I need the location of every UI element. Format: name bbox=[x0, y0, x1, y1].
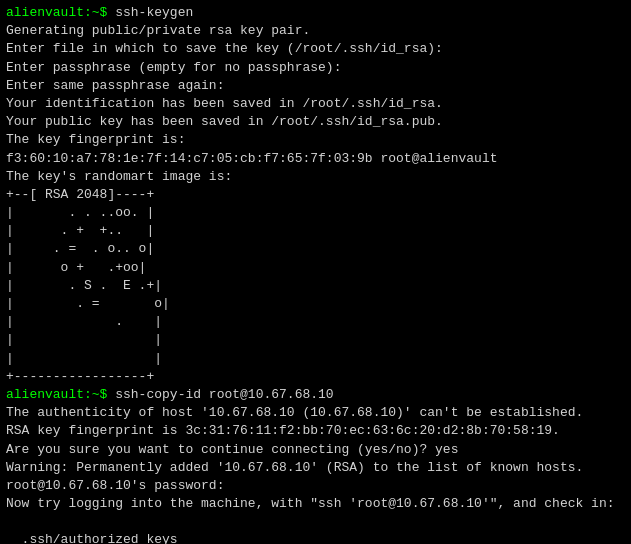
terminal-line: +-----------------+ bbox=[6, 369, 154, 384]
terminal-line: Now try logging into the machine, with "… bbox=[6, 496, 615, 511]
terminal-line: | | bbox=[6, 332, 162, 347]
terminal-line: Warning: Permanently added '10.67.68.10'… bbox=[6, 460, 583, 475]
terminal-line: .ssh/authorized_keys bbox=[6, 532, 178, 544]
terminal-line: | o + .+oo| bbox=[6, 260, 146, 275]
terminal-line: The key's randomart image is: bbox=[6, 169, 232, 184]
terminal-line: The key fingerprint is: bbox=[6, 132, 185, 147]
terminal-line: | . = o| bbox=[6, 296, 170, 311]
terminal-line: The authenticity of host '10.67.68.10 (1… bbox=[6, 405, 583, 420]
terminal-line: | . + +.. | bbox=[6, 223, 154, 238]
command-text: ssh-keygen bbox=[115, 5, 193, 20]
terminal-line: +--[ RSA 2048]----+ bbox=[6, 187, 154, 202]
terminal[interactable]: alienvault:~$ ssh-keygen Generating publ… bbox=[0, 0, 631, 544]
terminal-line: Enter file in which to save the key (/ro… bbox=[6, 41, 443, 56]
prompt-text: alienvault:~$ bbox=[6, 5, 115, 20]
terminal-line: Enter passphrase (empty for no passphras… bbox=[6, 60, 341, 75]
terminal-line: | . = . o.. o| bbox=[6, 241, 154, 256]
terminal-line: Are you sure you want to continue connec… bbox=[6, 442, 458, 457]
terminal-line: f3:60:10:a7:78:1e:7f:14:c7:05:cb:f7:65:7… bbox=[6, 151, 497, 166]
terminal-line: Your identification has been saved in /r… bbox=[6, 96, 443, 111]
terminal-line: | | bbox=[6, 351, 162, 366]
terminal-line: Generating public/private rsa key pair. bbox=[6, 23, 310, 38]
terminal-line: | . | bbox=[6, 314, 162, 329]
terminal-line: | . . ..oo. | bbox=[6, 205, 154, 220]
terminal-line: root@10.67.68.10's password: bbox=[6, 478, 224, 493]
command-text: ssh-copy-id root@10.67.68.10 bbox=[115, 387, 333, 402]
terminal-line: Your public key has been saved in /root/… bbox=[6, 114, 443, 129]
prompt-text: alienvault:~$ bbox=[6, 387, 115, 402]
terminal-line: | . S . E .+| bbox=[6, 278, 162, 293]
terminal-line: Enter same passphrase again: bbox=[6, 78, 224, 93]
terminal-line: RSA key fingerprint is 3c:31:76:11:f2:bb… bbox=[6, 423, 560, 438]
